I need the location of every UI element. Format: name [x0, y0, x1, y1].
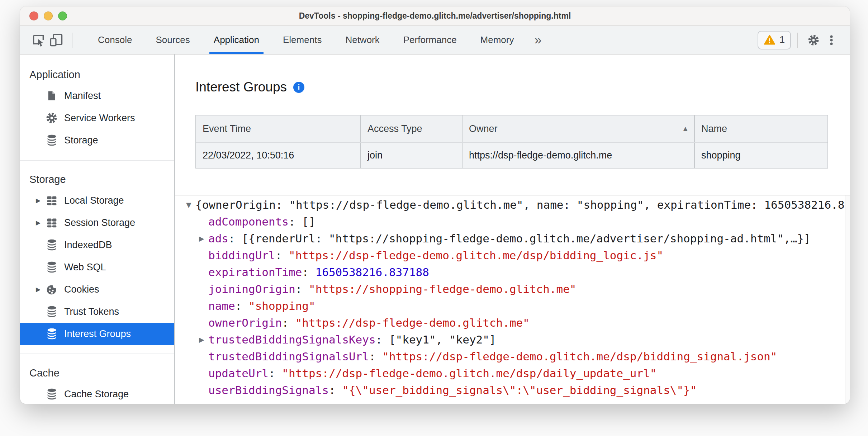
- sidebar-item-cookies[interactable]: ▶Cookies: [20, 278, 174, 300]
- tree-line[interactable]: joiningOrigin: "https://shopping-fledge-…: [175, 280, 850, 297]
- tab-elements[interactable]: Elements: [271, 26, 333, 54]
- tree-segment-key: trustedBiddingSignalsKeys: [208, 333, 376, 346]
- tree-line[interactable]: userBiddingSignals: "{\"user_bidding_sig…: [175, 382, 850, 398]
- tree-line[interactable]: ▶ads: [{renderUrl: "https://shopping-fle…: [175, 230, 850, 247]
- tab-console[interactable]: Console: [86, 26, 144, 54]
- table-row[interactable]: 22/03/2022, 10:50:16joinhttps://dsp-fled…: [196, 143, 827, 168]
- sidebar-section-title: Application: [20, 65, 174, 85]
- column-header-event-time[interactable]: Event Time: [196, 115, 360, 142]
- tree-segment-plain: :: [235, 299, 248, 312]
- tree-segment-plain: :: [269, 367, 282, 380]
- disclosure-triangle-icon[interactable]: ▶: [36, 286, 45, 293]
- devtools-window: DevTools - shopping-fledge-demo.glitch.m…: [20, 6, 850, 404]
- warnings-badge[interactable]: 1: [758, 31, 791, 49]
- column-header-owner[interactable]: Owner▲: [462, 115, 694, 142]
- tree-segment-plain: :: [282, 316, 295, 329]
- tab-network[interactable]: Network: [333, 26, 391, 54]
- sidebar-item-label: Cookies: [64, 284, 99, 295]
- database-icon: [45, 388, 58, 401]
- sidebar-item-label: Web SQL: [64, 262, 106, 273]
- tree-segment-plain: :: [329, 384, 342, 397]
- tree-segment-plain: :: [369, 350, 382, 363]
- devtools-toolbar: ConsoleSourcesApplicationElementsNetwork…: [20, 26, 850, 54]
- tab-memory[interactable]: Memory: [469, 26, 526, 54]
- sidebar-section-title: Storage: [20, 169, 174, 189]
- tree-line[interactable]: ▼{ownerOrigin: "https://dsp-fledge-demo.…: [175, 196, 850, 213]
- tree-segment-key: biddingUrl: [208, 249, 275, 262]
- tree-line[interactable]: expirationTime: 1650538216.837188: [175, 264, 850, 280]
- database-icon: [45, 328, 58, 340]
- sort-ascending-icon: ▲: [682, 124, 689, 133]
- tree-segment-key: userBiddingSignals: [208, 384, 329, 397]
- sidebar-item-indexeddb[interactable]: IndexedDB: [20, 234, 174, 256]
- interest-groups-panel: Interest Groups i Event TimeAccess TypeO…: [175, 54, 850, 404]
- tree-segment-plain: : []: [289, 215, 316, 228]
- inspect-icon[interactable]: [29, 31, 47, 49]
- warning-count: 1: [779, 34, 785, 46]
- sidebar-item-trust-tokens[interactable]: Trust Tokens: [20, 300, 174, 323]
- sidebar-item-manifest[interactable]: Manifest: [20, 85, 174, 107]
- panel-title-row: Interest Groups i: [195, 80, 850, 95]
- interest-group-details-tree: ▼{ownerOrigin: "https://dsp-fledge-demo.…: [175, 195, 850, 404]
- sidebar-item-interest-groups[interactable]: Interest Groups: [20, 323, 174, 345]
- device-toolbar-icon[interactable]: [47, 31, 65, 49]
- tree-line[interactable]: trustedBiddingSignalsUrl: "https://dsp-f…: [175, 348, 850, 365]
- table-cell: shopping: [694, 143, 827, 168]
- sidebar-item-label: Cache Storage: [64, 389, 129, 400]
- table-cell: 22/03/2022, 10:50:16: [196, 143, 360, 168]
- toolbar-tabs: ConsoleSourcesApplicationElementsNetwork…: [86, 26, 526, 54]
- tree-segment-key: name: [208, 299, 235, 312]
- more-tabs-button[interactable]: »: [526, 33, 550, 48]
- tree-line[interactable]: adComponents: []: [175, 213, 850, 230]
- tree-segment-plain: :: [302, 266, 315, 279]
- application-sidebar: ApplicationManifestService WorkersStorag…: [20, 54, 175, 404]
- disclosure-triangle-icon[interactable]: ▶: [36, 219, 45, 227]
- interest-group-events-table: Event TimeAccess TypeOwner▲Name22/03/202…: [195, 115, 828, 169]
- tree-line[interactable]: biddingUrl: "https://dsp-fledge-demo.gli…: [175, 247, 850, 264]
- tree-collapsed-icon[interactable]: ▶: [199, 234, 208, 242]
- column-header-name[interactable]: Name: [694, 115, 827, 142]
- column-header-access-type[interactable]: Access Type: [360, 115, 462, 142]
- tree-segment-string: "https://dsp-fledge-demo.glitch.me": [295, 316, 530, 329]
- tree-line[interactable]: ▶trustedBiddingSignalsKeys: ["key1", "ke…: [175, 331, 850, 348]
- database-icon: [45, 134, 58, 147]
- tree-collapsed-icon[interactable]: ▶: [199, 336, 208, 343]
- devtools-body: ApplicationManifestService WorkersStorag…: [20, 54, 850, 404]
- sidebar-item-cache-storage[interactable]: Cache Storage: [20, 383, 174, 404]
- tree-segment-plain: : [{renderUrl: "https://shopping-fledge-…: [228, 232, 811, 245]
- kebab-menu-icon[interactable]: [822, 31, 840, 49]
- sidebar-item-label: Trust Tokens: [64, 306, 119, 317]
- sidebar-item-label: Interest Groups: [64, 328, 131, 340]
- disclosure-triangle-icon[interactable]: ▶: [36, 197, 45, 204]
- scrollbar[interactable]: [845, 195, 850, 404]
- tab-performance[interactable]: Performance: [392, 26, 469, 54]
- sidebar-item-session-storage[interactable]: ▶Session Storage: [20, 212, 174, 234]
- sidebar-item-storage[interactable]: Storage: [20, 129, 174, 151]
- sidebar-item-web-sql[interactable]: Web SQL: [20, 256, 174, 278]
- tree-segment-key: trustedBiddingSignalsUrl: [208, 350, 369, 363]
- tree-line[interactable]: updateUrl: "https://dsp-fledge-demo.glit…: [175, 365, 850, 382]
- sidebar-section-application: ApplicationManifestService WorkersStorag…: [20, 54, 174, 151]
- sidebar-section-title: Cache: [20, 363, 174, 383]
- tree-expanded-icon[interactable]: ▼: [186, 201, 195, 209]
- tree-segment-plain: {ownerOrigin: "https://dsp-fledge-demo.g…: [195, 198, 850, 211]
- sidebar-item-service-workers[interactable]: Service Workers: [20, 107, 174, 129]
- tree-segment-plain: :: [275, 249, 289, 262]
- page-title: Interest Groups: [195, 80, 287, 95]
- sidebar-section-storage: Storage▶Local Storage▶Session StorageInd…: [20, 160, 174, 345]
- tab-sources[interactable]: Sources: [144, 26, 201, 54]
- sidebar-section-cache: CacheCache Storage: [20, 354, 174, 404]
- database-icon: [45, 239, 58, 251]
- gear-icon[interactable]: [805, 31, 822, 49]
- document-icon: [45, 90, 58, 102]
- column-header-label: Event Time: [203, 123, 251, 134]
- tab-application[interactable]: Application: [202, 26, 271, 54]
- sidebar-item-local-storage[interactable]: ▶Local Storage: [20, 189, 174, 212]
- table-header-row: Event TimeAccess TypeOwner▲Name: [196, 115, 827, 143]
- tree-line[interactable]: name: "shopping": [175, 297, 850, 314]
- tree-segment-number: 1650538216.837188: [316, 266, 429, 279]
- info-icon[interactable]: i: [293, 82, 304, 93]
- tree-line[interactable]: ownerOrigin: "https://dsp-fledge-demo.gl…: [175, 314, 850, 331]
- toolbar-separator: [72, 33, 72, 48]
- tree-segment-string: "{\"user_bidding_signals\":\"user_biddin…: [342, 384, 697, 397]
